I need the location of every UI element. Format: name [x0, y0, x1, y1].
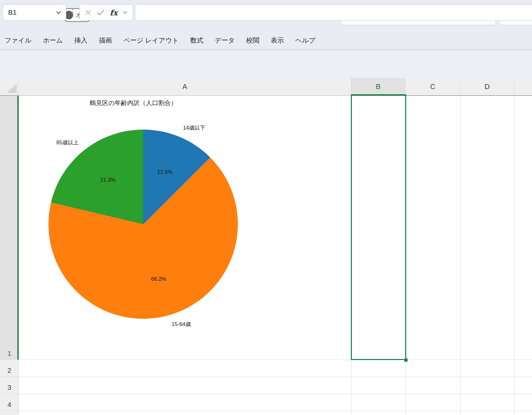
formula-bar-resize-handle[interactable]: ⋮ — [69, 4, 76, 20]
name-box[interactable]: B1 — [3, 4, 66, 21]
name-box-value: B1 — [8, 9, 56, 16]
embedded-chart[interactable]: 鶴見区の年齢内訳（人口割合） 14歳以下12.5%15-64歳66.2%65歳以… — [19, 96, 351, 360]
pie-slice-label: 15-64歳 — [172, 321, 191, 328]
pie-slice-label: 65歳以上 — [56, 139, 79, 146]
pie-slice-percent: 12.5% — [157, 169, 173, 175]
gridline — [19, 394, 532, 394]
menu-tab-9[interactable]: ヘルプ — [295, 36, 315, 45]
select-all-corner[interactable] — [0, 78, 19, 95]
selected-row-accent — [17, 96, 19, 360]
menu-tab-7[interactable]: 校閲 — [246, 36, 259, 45]
column-header-B[interactable]: B — [351, 78, 406, 95]
gridline — [19, 360, 532, 360]
menu-tab-2[interactable]: 挿入 — [74, 36, 87, 45]
menu-tab-8[interactable]: 表示 — [271, 36, 284, 45]
fill-handle[interactable] — [404, 358, 408, 362]
chevron-down-icon[interactable] — [123, 11, 127, 14]
chevron-down-icon — [56, 11, 61, 14]
menu-tab-4[interactable]: ページ レイアウト — [124, 36, 179, 45]
menu-tab-6[interactable]: データ — [215, 36, 235, 45]
pie-chart[interactable] — [48, 130, 238, 319]
row-header-2[interactable]: 2 — [0, 360, 19, 377]
pie-slice-percent: 66.2% — [151, 276, 166, 282]
menu-tab-3[interactable]: 描画 — [99, 36, 112, 45]
chart-title: 鶴見区の年齢内訳（人口割合） — [19, 99, 248, 107]
row-header-4[interactable]: 4 — [0, 394, 19, 411]
select-all-triangle-icon — [0, 78, 19, 95]
menu-tab-5[interactable]: 数式 — [190, 36, 203, 45]
menu-tab-0[interactable]: ファイル — [5, 36, 31, 45]
insert-function-button[interactable]: fx — [110, 8, 118, 17]
gridline — [19, 411, 532, 411]
enter-check-icon[interactable] — [97, 9, 104, 15]
menu-tab-1[interactable]: ホーム — [43, 36, 63, 45]
column-header-C[interactable]: C — [406, 78, 460, 95]
selected-cell-B1[interactable] — [351, 95, 406, 360]
gridline — [514, 96, 515, 415]
row-header-3[interactable]: 3 — [0, 377, 19, 394]
formula-input[interactable] — [135, 4, 532, 21]
column-header-D[interactable]: D — [460, 78, 514, 95]
ribbon-tabs: ファイルホーム挿入描画ページ レイアウト数式データ校閲表示ヘルプ — [0, 31, 532, 49]
pie-slice-label: 14歳以下 — [183, 124, 205, 132]
gridline — [460, 96, 461, 415]
formula-bar — [0, 50, 532, 78]
formula-buttons: fx — [79, 4, 133, 21]
row-header-1[interactable]: 1 — [0, 96, 19, 360]
pie-slice-percent: 21.3% — [100, 176, 116, 183]
gridline — [19, 377, 532, 377]
cancel-icon[interactable] — [85, 9, 91, 16]
column-header-A[interactable]: A — [19, 78, 351, 95]
